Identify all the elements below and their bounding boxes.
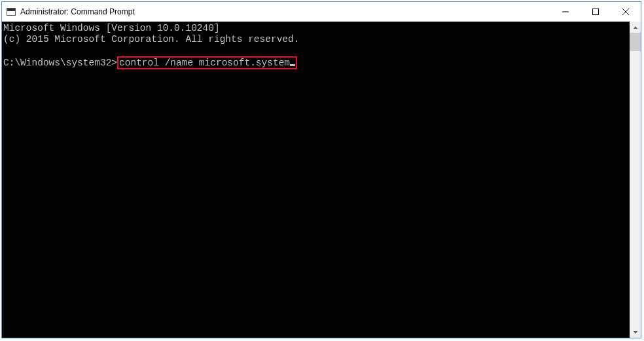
terminal-area: Microsoft Windows [Version 10.0.10240] (… [2,22,641,338]
window-controls [550,2,641,22]
chevron-down-icon [633,330,638,335]
close-icon [622,9,629,15]
window-title: Administrator: Command Prompt [20,7,550,16]
maximize-button[interactable] [581,2,611,22]
terminal-content[interactable]: Microsoft Windows [Version 10.0.10240] (… [2,22,630,338]
svg-marker-4 [634,26,637,29]
terminal-command: control /name microsoft.system [119,58,290,68]
terminal-cursor [290,64,295,66]
minimize-icon [562,9,569,15]
minimize-button[interactable] [550,2,581,22]
terminal-line-copyright: (c) 2015 Microsoft Corporation. All righ… [3,34,299,45]
maximize-icon [592,9,599,15]
highlighted-command: control /name microsoft.system [117,56,297,69]
app-icon [6,7,16,17]
scroll-down-button[interactable] [630,327,641,338]
terminal-prompt: C:\Windows\system32> [3,58,117,68]
scroll-up-button[interactable] [630,22,641,33]
scroll-track[interactable] [630,33,641,327]
scroll-thumb[interactable] [630,33,641,51]
chevron-up-icon [633,25,638,30]
svg-rect-1 [593,9,599,15]
terminal-line-version: Microsoft Windows [Version 10.0.10240] [3,23,220,33]
close-button[interactable] [611,2,641,22]
terminal-prompt-line: C:\Windows\system32>control /name micros… [3,58,297,68]
scrollbar-vertical[interactable] [630,22,641,338]
command-prompt-window: Administrator: Command Prompt Microsoft … [1,1,641,338]
titlebar[interactable]: Administrator: Command Prompt [2,2,641,22]
svg-marker-5 [634,331,637,334]
